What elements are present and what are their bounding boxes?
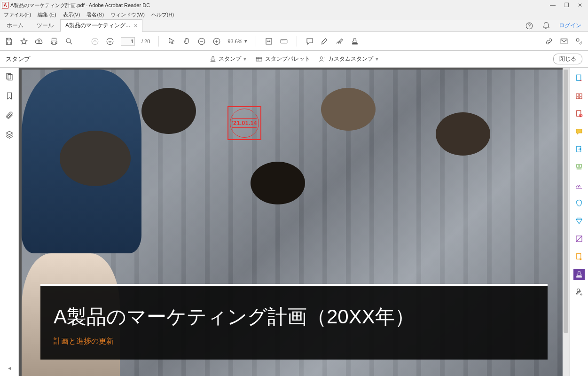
- workspace: ◂ '21.01.14 A製品のマーケティング計画（20XX年） 計画と進捗の更…: [0, 68, 588, 376]
- title-block: A製品のマーケティング計画（20XX年） 計画と進捗の更新: [40, 284, 548, 360]
- separator: [256, 36, 256, 47]
- svg-point-12: [321, 56, 323, 59]
- separator: [158, 36, 159, 47]
- hand-icon[interactable]: [182, 37, 191, 46]
- svg-rect-15: [576, 75, 580, 80]
- window-title: A製品のマーケティング計画.pdf - Adobe Acrobat Reader…: [10, 2, 550, 9]
- document-page: '21.01.14 A製品のマーケティング計画（20XX年） 計画と進捗の更新: [22, 70, 566, 376]
- export-icon[interactable]: [573, 144, 585, 155]
- page-down-icon[interactable]: [106, 37, 114, 46]
- create-pdf-icon[interactable]: [573, 72, 585, 84]
- separator: [297, 36, 297, 47]
- custom-stamp-dropdown[interactable]: カスタムスタンプ ▼: [319, 55, 379, 63]
- svg-rect-26: [576, 253, 580, 259]
- tab-tools[interactable]: ツール: [30, 19, 60, 32]
- svg-rect-11: [257, 57, 262, 61]
- tab-bar: ホーム ツール A製品のマーケティング... × ログイン: [0, 20, 588, 32]
- svg-rect-16: [576, 94, 579, 96]
- left-nav-rail: ◂: [0, 68, 19, 376]
- svg-rect-23: [576, 164, 579, 167]
- right-tool-rail: [569, 68, 588, 376]
- protect-icon[interactable]: [573, 197, 585, 209]
- bookmark-icon[interactable]: [5, 92, 14, 102]
- signature-icon[interactable]: [336, 37, 344, 46]
- comment-tool-icon[interactable]: [573, 126, 585, 137]
- pointer-icon[interactable]: [167, 37, 176, 46]
- zoom-out-icon[interactable]: [197, 37, 206, 46]
- close-window-button[interactable]: ✕: [578, 2, 582, 8]
- document-title: A製品のマーケティング計画（20XX年）: [54, 304, 534, 330]
- share-icon[interactable]: [575, 37, 583, 46]
- stamp-rail-icon[interactable]: [573, 269, 585, 280]
- minimize-button[interactable]: —: [550, 2, 556, 8]
- convert-icon[interactable]: [573, 251, 585, 262]
- tab-close-icon[interactable]: ×: [134, 23, 137, 29]
- redact-icon[interactable]: [573, 233, 585, 244]
- stamp-toolbar-label: スタンプ: [6, 55, 30, 63]
- tab-document[interactable]: A製品のマーケティング... ×: [60, 19, 142, 32]
- link-icon[interactable]: [545, 37, 553, 46]
- svg-rect-8: [561, 39, 567, 44]
- stamp-toolbar: スタンプ スタンプ ▼ スタンプパレット カスタムスタンプ ▼ 閉じる: [0, 51, 588, 68]
- svg-point-2: [92, 38, 98, 45]
- main-toolbar: / 20 93.6% ▾: [0, 32, 588, 51]
- menu-view[interactable]: 表示(V): [63, 11, 80, 19]
- zoom-in-icon[interactable]: [212, 37, 221, 46]
- fit-width-icon[interactable]: [265, 37, 273, 46]
- vertical-scrollbar[interactable]: [563, 68, 569, 376]
- attachment-icon[interactable]: [5, 111, 14, 121]
- stamp-tool-icon[interactable]: [351, 37, 359, 46]
- email-icon[interactable]: [560, 37, 568, 46]
- save-icon[interactable]: [5, 37, 13, 46]
- layers-icon[interactable]: [5, 130, 14, 140]
- edit-pdf-icon[interactable]: [573, 108, 585, 119]
- chevron-down-icon: ▾: [244, 38, 247, 44]
- scrollbar-thumb[interactable]: [564, 70, 568, 333]
- menu-help[interactable]: ヘルプ(H): [151, 11, 174, 19]
- page-number-input[interactable]: [121, 37, 135, 46]
- document-area[interactable]: '21.01.14 A製品のマーケティング計画（20XX年） 計画と進捗の更新: [19, 68, 569, 376]
- stamp-dropdown[interactable]: スタンプ ▼: [209, 55, 247, 63]
- svg-point-1: [66, 39, 71, 43]
- tab-home[interactable]: ホーム: [0, 19, 30, 32]
- menu-bar: ファイル(F) 編集 (E) 表示(V) 署名(S) ウィンドウ(W) ヘルプ(…: [0, 10, 588, 20]
- collapse-left-icon[interactable]: ◂: [8, 365, 11, 371]
- cloud-upload-icon[interactable]: [35, 37, 43, 46]
- combine-icon[interactable]: [573, 90, 585, 102]
- search-icon[interactable]: [65, 37, 73, 46]
- login-link[interactable]: ログイン: [559, 22, 581, 30]
- svg-rect-7: [281, 39, 287, 43]
- help-icon[interactable]: [525, 22, 533, 30]
- menu-window[interactable]: ウィンドウ(W): [110, 11, 145, 19]
- chevron-down-icon: ▼: [243, 57, 247, 62]
- svg-rect-17: [579, 94, 581, 96]
- menu-edit[interactable]: 編集 (E): [38, 11, 56, 19]
- page-up-icon[interactable]: [91, 37, 99, 46]
- compress-icon[interactable]: [573, 215, 585, 227]
- stamp-palette-button[interactable]: スタンプパレット: [256, 55, 310, 63]
- sign-tool-icon[interactable]: [573, 180, 585, 191]
- more-tools-icon[interactable]: [573, 287, 585, 298]
- date-stamp[interactable]: '21.01.14: [227, 106, 261, 140]
- zoom-level[interactable]: 93.6% ▾: [227, 38, 247, 44]
- close-panel-button[interactable]: 閉じる: [553, 54, 582, 64]
- organize-icon[interactable]: [573, 162, 585, 173]
- print-icon[interactable]: [50, 37, 58, 46]
- svg-rect-24: [579, 164, 581, 167]
- highlight-icon[interactable]: [321, 37, 329, 46]
- pdf-app-icon: A: [2, 2, 8, 8]
- svg-point-10: [580, 43, 581, 44]
- menu-sign[interactable]: 署名(S): [86, 11, 104, 19]
- maximize-button[interactable]: ❐: [564, 2, 569, 8]
- window-titlebar: A A製品のマーケティング計画.pdf - Adobe Acrobat Read…: [0, 0, 588, 10]
- svg-point-9: [576, 39, 579, 41]
- keyboard-icon[interactable]: [280, 37, 288, 46]
- page-total-label: / 20: [141, 39, 150, 44]
- document-subtitle: 計画と進捗の更新: [54, 337, 534, 346]
- star-icon[interactable]: [20, 37, 28, 46]
- comment-icon[interactable]: [306, 37, 314, 46]
- chevron-down-icon: ▼: [375, 57, 379, 62]
- bell-icon[interactable]: [542, 22, 550, 30]
- menu-file[interactable]: ファイル(F): [4, 11, 31, 19]
- thumbnails-icon[interactable]: [5, 72, 14, 82]
